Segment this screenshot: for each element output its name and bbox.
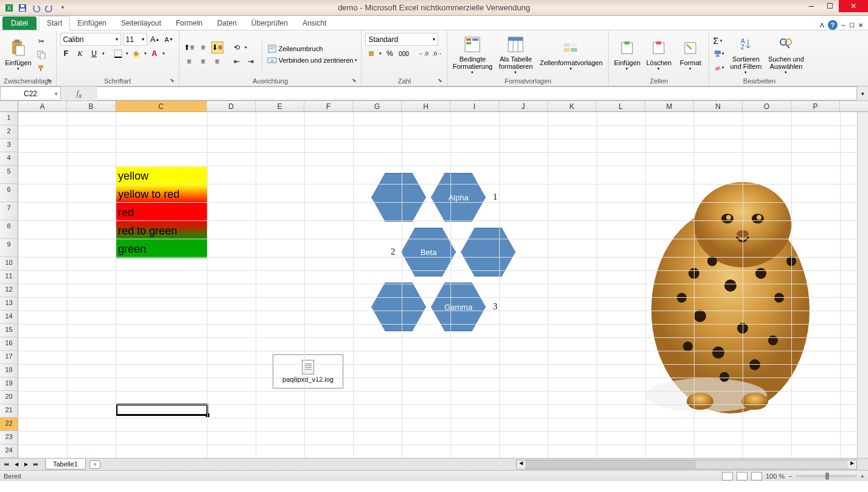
fill-handle[interactable]: [206, 413, 209, 417]
row-header[interactable]: 22: [0, 418, 18, 431]
hexagon-shape[interactable]: [371, 173, 426, 222]
row-header[interactable]: 19: [0, 378, 18, 391]
view-pagebreak-icon[interactable]: [751, 472, 762, 480]
copy-icon[interactable]: [35, 49, 47, 61]
qat-chevron-down-icon[interactable]: ▼: [57, 2, 68, 13]
row-header[interactable]: 18: [0, 364, 18, 378]
col-header[interactable]: O: [743, 101, 791, 111]
formula-input[interactable]: [97, 86, 857, 100]
align-left-icon[interactable]: ≡: [183, 55, 195, 68]
paste-button[interactable]: Einfügen ▾: [4, 35, 33, 75]
hexagon-beta[interactable]: Beta: [401, 228, 456, 276]
decrease-indent-icon[interactable]: ⇤: [231, 55, 243, 68]
align-middle-icon[interactable]: ≡: [197, 41, 209, 54]
align-top-icon[interactable]: ⬆≡: [183, 41, 195, 54]
hexagon-shape[interactable]: [461, 228, 516, 276]
colored-cells[interactable]: yellow yellow to red red red to green gr…: [116, 167, 207, 258]
fill-icon[interactable]: ▾: [713, 47, 725, 60]
undo-icon[interactable]: [30, 2, 41, 13]
col-header[interactable]: L: [597, 101, 645, 111]
row-header[interactable]: 3: [0, 139, 18, 152]
cell-styles-button[interactable]: Zellenformatvorlagen ▾: [537, 35, 604, 75]
col-header[interactable]: M: [645, 101, 694, 111]
view-normal-icon[interactable]: [722, 472, 733, 480]
font-name-select[interactable]: Calibri ▾: [60, 33, 121, 46]
zoom-out-icon[interactable]: −: [788, 473, 792, 480]
cell-h10[interactable]: 2: [391, 247, 395, 257]
zoom-in-icon[interactable]: +: [861, 473, 864, 480]
sheet-nav-first-icon[interactable]: ⏮: [2, 460, 11, 469]
fill-color-icon[interactable]: [130, 47, 142, 60]
row-header[interactable]: 17: [0, 351, 18, 364]
col-header[interactable]: F: [304, 101, 353, 111]
tab-review[interactable]: Überprüfen: [244, 16, 295, 30]
clipboard-dialog-icon[interactable]: ⬊: [47, 77, 54, 85]
col-header[interactable]: P: [791, 101, 840, 111]
hexagon-alpha[interactable]: Alpha: [431, 173, 486, 222]
format-painter-icon[interactable]: [35, 62, 47, 74]
row-header[interactable]: 14: [0, 311, 18, 324]
tab-pagelayout[interactable]: Seitenlayout: [114, 16, 169, 30]
help-icon[interactable]: ?: [828, 20, 838, 30]
shrink-font-icon[interactable]: A▼: [163, 33, 175, 46]
col-header[interactable]: C: [116, 101, 207, 111]
wrap-text-button[interactable]: Zeilenumbruch: [267, 44, 358, 54]
underline-icon[interactable]: U: [88, 47, 100, 60]
accounting-format-icon[interactable]: [365, 47, 377, 60]
format-as-table-button[interactable]: Als Tabelle formatieren ▾: [496, 35, 535, 75]
sheet-nav-last-icon[interactable]: ⏭: [32, 460, 40, 469]
delete-cells-button[interactable]: Löschen ▾: [644, 35, 673, 75]
font-dialog-icon[interactable]: ⬊: [170, 77, 177, 85]
horizontal-scrollbar[interactable]: ◀ ▶: [516, 460, 857, 469]
row-header[interactable]: 1: [0, 112, 18, 125]
tab-insert[interactable]: Einfügen: [70, 16, 113, 30]
col-header[interactable]: J: [499, 101, 548, 111]
minimize-ribbon-icon[interactable]: ᐱ: [820, 22, 824, 29]
col-header[interactable]: A: [18, 101, 67, 111]
save-icon[interactable]: [17, 2, 28, 13]
tab-data[interactable]: Daten: [210, 16, 244, 30]
font-color-icon[interactable]: A: [149, 47, 161, 60]
number-format-select[interactable]: Standard▾: [365, 33, 438, 46]
col-header[interactable]: E: [256, 101, 304, 111]
col-header[interactable]: G: [353, 101, 402, 111]
row-header[interactable]: 16: [0, 337, 18, 351]
insert-cells-button[interactable]: Einfügen ▾: [612, 35, 642, 75]
col-header[interactable]: B: [67, 101, 116, 111]
orientation-icon[interactable]: ⟲: [231, 41, 243, 54]
row-header[interactable]: 9: [0, 239, 18, 257]
row-header[interactable]: 5: [0, 166, 18, 184]
expand-formula-icon[interactable]: ▾: [857, 91, 868, 97]
window-min-icon[interactable]: ─: [841, 22, 845, 29]
conditional-formatting-button[interactable]: Bedingte Formatierung ▾: [451, 35, 494, 75]
bold-icon[interactable]: F: [60, 47, 72, 60]
decrease-decimal-icon[interactable]: .0→: [431, 47, 443, 60]
tab-view[interactable]: Ansicht: [295, 16, 334, 30]
maximize-button[interactable]: ☐: [821, 0, 839, 12]
align-center-icon[interactable]: ≡: [197, 55, 209, 68]
vertical-scrollbar[interactable]: [858, 112, 868, 458]
row-header[interactable]: 6: [0, 184, 18, 202]
alignment-dialog-icon[interactable]: ⬊: [352, 77, 359, 85]
sheet-nav-next-icon[interactable]: ▶: [22, 460, 30, 469]
embedded-object[interactable]: paq8pxd_v12.log: [273, 354, 343, 388]
new-sheet-icon[interactable]: ✦: [89, 460, 100, 469]
row-header[interactable]: 4: [0, 152, 18, 166]
row-header[interactable]: 10: [0, 257, 18, 270]
fx-icon[interactable]: fx: [71, 88, 86, 99]
sort-filter-button[interactable]: AZ Sortieren und Filtern ▾: [727, 35, 764, 75]
tab-start[interactable]: Start: [39, 16, 70, 30]
row-header[interactable]: 20: [0, 391, 18, 404]
row-header[interactable]: 8: [0, 220, 18, 239]
select-all-corner[interactable]: [0, 101, 18, 111]
sheet-nav-prev-icon[interactable]: ◀: [12, 460, 21, 469]
align-right-icon[interactable]: ≡: [211, 55, 223, 68]
redo-icon[interactable]: [44, 2, 55, 13]
cut-icon[interactable]: ✂: [35, 35, 47, 47]
merge-center-button[interactable]: a Verbinden und zentrieren ▾: [267, 55, 358, 65]
cell-j6[interactable]: 1: [493, 192, 497, 202]
col-header[interactable]: N: [694, 101, 743, 111]
format-cells-button[interactable]: Format ▾: [676, 35, 705, 75]
spreadsheet-grid[interactable]: A B C D E F G H I J K L M N O P 12345678…: [0, 101, 868, 458]
minimize-button[interactable]: ─: [802, 0, 821, 12]
